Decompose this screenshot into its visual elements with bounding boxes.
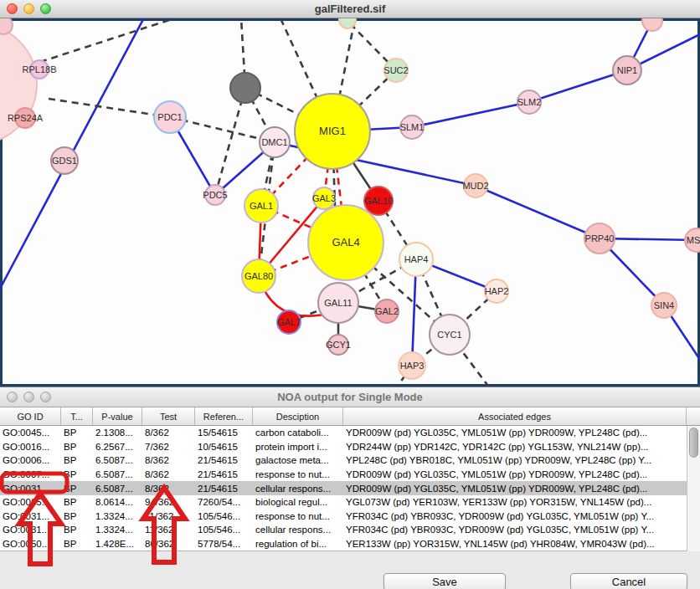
cell: 10/54615 bbox=[195, 442, 253, 452]
cell: BP bbox=[61, 428, 93, 438]
cell: 8/362 bbox=[142, 428, 195, 438]
column-header-t[interactable]: T... bbox=[61, 407, 93, 425]
column-header-referen[interactable]: Referen... bbox=[195, 407, 253, 425]
cell: BP bbox=[61, 484, 93, 494]
save-button[interactable]: Save bbox=[383, 573, 506, 589]
node-pink-cut-tr[interactable] bbox=[642, 18, 662, 31]
cell: 80/362 bbox=[142, 539, 195, 549]
node-corner-tl[interactable] bbox=[0, 18, 13, 34]
column-header-go-id[interactable]: GO ID bbox=[0, 407, 61, 425]
cell: galactose meta... bbox=[253, 455, 343, 465]
table-row[interactable]: GO:0031...BP1.3324...11/362105/546...cel… bbox=[0, 523, 700, 537]
cell: 7260/54... bbox=[195, 497, 253, 507]
cell: carbon cataboli... bbox=[253, 428, 343, 438]
cell: 11/362 bbox=[142, 511, 195, 521]
network-window: galFiltered.sif RPL18BRPS24AGDS1PDC1PDC5… bbox=[0, 0, 700, 387]
network-window-title: galFiltered.sif bbox=[315, 3, 386, 15]
cell: regulation of bi... bbox=[253, 539, 343, 549]
cell: response to nut... bbox=[253, 469, 343, 479]
noa-traffic-lights bbox=[7, 392, 51, 402]
node-label-GAL2: GAL2 bbox=[375, 306, 399, 316]
cell: 1.428E... bbox=[93, 539, 142, 549]
cell: GO:0031... bbox=[0, 484, 61, 494]
table-header-row: GO IDT...P-valueTestReferen...Desciption… bbox=[0, 407, 700, 426]
node-label-MUD2: MUD2 bbox=[462, 181, 488, 191]
node-label-GAL4: GAL4 bbox=[332, 236, 359, 248]
node-label-MSN: MSN bbox=[687, 235, 700, 245]
table-scrollbar[interactable] bbox=[687, 426, 700, 551]
table-row[interactable]: GO:0031...BP6.5087...8/36221/54615cellul… bbox=[0, 481, 700, 495]
scrollbar-thumb[interactable] bbox=[689, 428, 698, 458]
node-label-GCY1: GCY1 bbox=[326, 340, 351, 350]
minimize-icon[interactable] bbox=[23, 392, 34, 402]
noa-window: NOA output for Single Mode GO IDT...P-va… bbox=[0, 387, 700, 589]
cell: 5778/54... bbox=[195, 539, 253, 549]
edge bbox=[49, 99, 170, 117]
cell: 94/362 bbox=[142, 497, 195, 507]
cell: GO:0007... bbox=[0, 469, 61, 479]
node-label-DMC1: DMC1 bbox=[261, 137, 287, 147]
cell: 8.0614... bbox=[93, 497, 142, 507]
cell: 8/362 bbox=[142, 484, 195, 494]
cell: 105/546... bbox=[195, 511, 253, 521]
node-gray-node[interactable] bbox=[230, 73, 260, 103]
cell: BP bbox=[61, 455, 93, 465]
node-label-GAL1: GAL1 bbox=[250, 201, 273, 211]
cell: 105/546... bbox=[195, 525, 253, 535]
cell: 6.5087... bbox=[93, 484, 142, 494]
noa-results-table: GO IDT...P-valueTestReferen...Desciption… bbox=[0, 407, 700, 551]
node-label-GAL3: GAL3 bbox=[312, 193, 336, 203]
cell: 6.5087... bbox=[93, 469, 142, 479]
table-row[interactable]: GO:0045...BP2.1308...8/36215/54615carbon… bbox=[0, 426, 700, 440]
table-row[interactable]: GO:0050...BP1.428E...80/3625778/54...reg… bbox=[0, 537, 700, 551]
minimize-icon[interactable] bbox=[23, 3, 34, 14]
cell: response to nut... bbox=[253, 511, 343, 521]
node-label-HAP3: HAP3 bbox=[400, 361, 425, 371]
node-label-RPL18B: RPL18B bbox=[23, 64, 57, 74]
node-label-SUC2: SUC2 bbox=[383, 65, 408, 75]
column-header-desciption[interactable]: Desciption bbox=[253, 407, 343, 425]
node-label-HAP4: HAP4 bbox=[404, 254, 429, 264]
node-label-MIG1: MIG1 bbox=[319, 125, 346, 137]
cell: BP bbox=[61, 525, 93, 535]
cell: GO:0031... bbox=[0, 511, 61, 521]
node-green-cut[interactable] bbox=[339, 18, 356, 28]
cell: GO:0050... bbox=[0, 539, 61, 549]
network-titlebar[interactable]: galFiltered.sif bbox=[0, 0, 700, 18]
column-header-test[interactable]: Test bbox=[142, 407, 195, 425]
node-label-PDC5: PDC5 bbox=[203, 190, 227, 200]
node-label-HAP2: HAP2 bbox=[485, 286, 509, 296]
cell: 1.3324... bbox=[93, 511, 142, 521]
node-label-GAL80: GAL80 bbox=[244, 271, 273, 281]
cell: GO:0016... bbox=[0, 442, 61, 452]
cancel-button[interactable]: Cancel bbox=[570, 573, 687, 589]
cell: 21/54615 bbox=[195, 484, 253, 494]
column-header-p-value[interactable]: P-value bbox=[93, 407, 142, 425]
table-row[interactable]: GO:0007...BP6.5087...8/36221/54615respon… bbox=[0, 468, 700, 482]
cell: YGL073W (pd) YER103W, YER133W (pp) YOR31… bbox=[343, 497, 687, 507]
table-row[interactable]: GO:0016...BP6.2567...7/36210/54615protei… bbox=[0, 440, 700, 454]
close-icon[interactable] bbox=[7, 3, 18, 14]
node-label-SLM1: SLM1 bbox=[400, 122, 425, 132]
zoom-icon[interactable] bbox=[40, 392, 51, 402]
table-row[interactable]: GO:0031...BP1.3324...11/362105/546...res… bbox=[0, 510, 700, 524]
cell: YDR009W (pd) YGL035C, YML051W (pp) YDR00… bbox=[343, 469, 687, 479]
close-icon[interactable] bbox=[7, 392, 18, 402]
network-canvas[interactable]: RPL18BRPS24AGDS1PDC1PDC5DMC1MIG1SUC2SLM1… bbox=[0, 18, 700, 387]
screen: galFiltered.sif RPL18BRPS24AGDS1PDC1PDC5… bbox=[0, 0, 700, 589]
column-header-associated-edges[interactable]: Associated edges bbox=[343, 407, 687, 425]
zoom-icon[interactable] bbox=[40, 3, 51, 14]
edge bbox=[476, 186, 600, 238]
table-row[interactable]: GO:0006...BP6.5087...8/36221/54615galact… bbox=[0, 453, 700, 468]
cell: 2.1308... bbox=[93, 428, 142, 438]
noa-titlebar[interactable]: NOA output for Single Mode bbox=[0, 387, 700, 407]
cell: YDR009W (pd) YGL035C, YML051W (pp) YDR00… bbox=[343, 428, 687, 438]
table-row[interactable]: GO:0065...BP8.0614...94/3627260/54...bio… bbox=[0, 495, 700, 510]
cell: GO:0031... bbox=[0, 525, 61, 535]
node-label-PDC1: PDC1 bbox=[157, 112, 182, 122]
node-label-GAL10: GAL10 bbox=[364, 196, 393, 206]
cell: biological regul... bbox=[253, 497, 343, 507]
cell: 6.5087... bbox=[93, 455, 142, 465]
node-label-SLM2: SLM2 bbox=[517, 97, 542, 107]
cell: BP bbox=[61, 469, 93, 479]
